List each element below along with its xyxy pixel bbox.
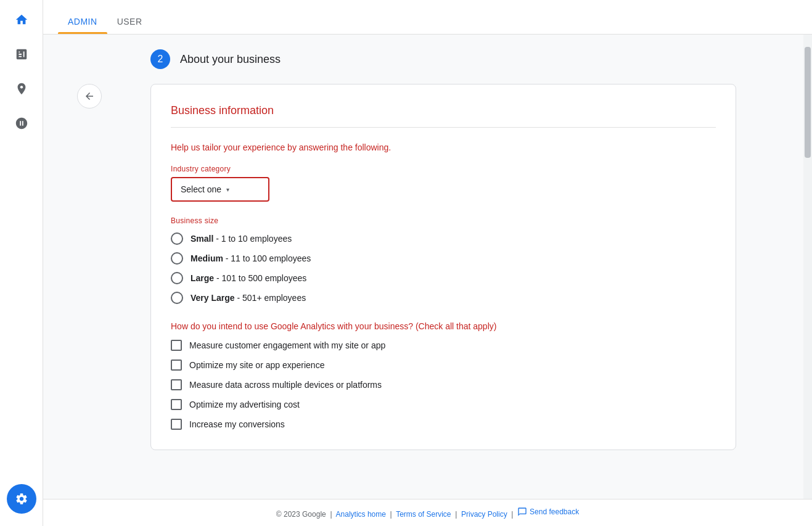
checkbox-measure-engagement-label: Measure customer engagement with my site… [189,340,385,350]
checkbox-optimize-advertising-label: Optimize my advertising cost [189,400,300,409]
size-small[interactable]: Small - 1 to 10 employees [171,232,716,245]
step-title: About your business [180,53,281,66]
size-small-label: Small - 1 to 10 employees [191,234,292,244]
left-panel [43,35,136,499]
main-area: ADMIN USER 2 About your business Busines… [43,0,812,526]
checkbox-optimize-experience[interactable]: Optimize my site or app experience [171,360,716,371]
industry-select[interactable]: Select one ▾ [171,177,269,202]
sidebar-home[interactable] [7,5,36,35]
privacy-policy-link[interactable]: Privacy Policy [461,510,507,519]
checkbox-increase-conversions[interactable]: Increase my conversions [171,419,716,430]
sidebar-advertising[interactable] [7,109,36,138]
radio-small[interactable] [171,232,183,245]
checkbox-optimize-advertising-input[interactable] [171,399,182,410]
intend-label: How do you intend to use Google Analytic… [171,321,716,331]
step-area: 2 About your business Business informati… [136,35,803,499]
radio-very-large[interactable] [171,292,183,304]
radio-large[interactable] [171,272,183,284]
radio-medium[interactable] [171,252,183,265]
checkbox-optimize-experience-label: Optimize my site or app experience [189,360,324,370]
checkbox-measure-engagement-input[interactable] [171,340,182,351]
size-very-large-label: Very Large - 501+ employees [191,293,306,303]
content-area: 2 About your business Business informati… [43,35,812,499]
checkbox-group: Measure customer engagement with my site… [171,340,716,430]
step-header: 2 About your business [150,49,789,69]
back-button[interactable] [77,84,102,109]
intend-section: How do you intend to use Google Analytic… [171,321,716,430]
card-title: Business information [171,104,716,128]
sidebar-settings-bottom [7,484,36,514]
business-size-section: Business size Small - 1 to 10 employees … [171,216,716,304]
size-large-label: Large - 101 to 500 employees [191,273,306,283]
checkbox-optimize-advertising[interactable]: Optimize my advertising cost [171,399,716,410]
business-info-card: Business information Help us tailor your… [150,84,736,450]
terms-of-service-link[interactable]: Terms of Service [396,510,451,519]
size-very-large[interactable]: Very Large - 501+ employees [171,292,716,304]
checkbox-measure-devices[interactable]: Measure data across multiple devices or … [171,379,716,390]
right-scrollbar[interactable] [803,35,812,499]
footer: © 2023 Google | Analytics home | Terms o… [43,499,812,526]
business-size-label: Business size [171,216,716,225]
analytics-home-link[interactable]: Analytics home [336,510,386,519]
checkbox-increase-conversions-label: Increase my conversions [189,419,285,429]
step-badge: 2 [150,49,170,69]
industry-category-section: Industry category Select one ▾ [171,165,716,202]
top-tabs: ADMIN USER [43,0,812,35]
checkbox-measure-devices-input[interactable] [171,379,182,390]
checkbox-measure-devices-label: Measure data across multiple devices or … [189,380,382,390]
industry-label: Industry category [171,165,716,173]
checkbox-increase-conversions-input[interactable] [171,419,182,430]
sidebar-explore[interactable] [7,74,36,104]
sidebar [0,0,43,526]
copyright: © 2023 Google [276,510,326,519]
sidebar-reports[interactable] [7,39,36,69]
checkbox-measure-engagement[interactable]: Measure customer engagement with my site… [171,340,716,351]
scrollbar-thumb [805,47,811,158]
size-medium[interactable]: Medium - 11 to 100 employees [171,252,716,265]
checkbox-optimize-experience-input[interactable] [171,360,182,371]
settings-icon[interactable] [7,484,36,514]
size-large[interactable]: Large - 101 to 500 employees [171,272,716,284]
feedback-link[interactable]: Send feedback [530,508,579,516]
select-value: Select one [181,184,221,194]
help-text: Help us tailor your experience by answer… [171,142,716,152]
chevron-down-icon: ▾ [226,186,229,193]
size-medium-label: Medium - 11 to 100 employees [191,253,311,263]
tab-user[interactable]: USER [107,17,152,34]
send-feedback[interactable]: Send feedback [517,507,579,517]
business-size-radio-group: Small - 1 to 10 employees Medium - 11 to… [171,232,716,304]
tab-admin[interactable]: ADMIN [58,17,107,34]
